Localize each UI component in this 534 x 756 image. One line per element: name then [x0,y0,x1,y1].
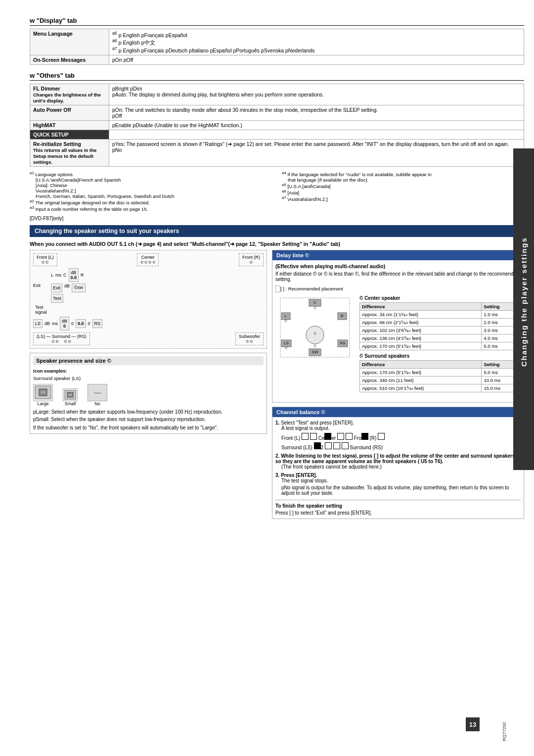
signal-box-7 [378,433,385,440]
signal-box-3 [324,433,331,440]
highmat-options: pEnable pDisable (Unable to use the High… [109,120,524,130]
zero-control: 0.0 [76,319,86,328]
auto-power-options: pOn: The unit switches to standby mode a… [109,105,524,120]
surround-row-3: Approx. 510 cm (16'1⁵⁄₁₀ feet) 15.0 ms [360,384,521,392]
center-row-2: Approx. 68 cm (2'1⁵⁄₁₀ feet) 2.0 ms [360,318,521,326]
exit-btn[interactable]: Exit [51,284,62,292]
svg-text:©: © [284,319,287,323]
center-row-3: Approx. 102 cm (3'6⁵⁄₁₀ feet) 3.0 ms [360,326,521,334]
small-note: pSmall: Select when the speaker does not… [33,417,264,422]
finish-section: To finish the speaker setting Press [ ] … [275,500,521,516]
channel-balance-section: Channel balance © 1. Select "Test" and p… [272,407,524,519]
menu-language-label: Menu Language [30,29,109,55]
changing-section-header: Changing the speaker setting to suit you… [30,225,524,237]
speaker-circle-diagram: L C R SW [275,295,355,395]
display-tab-header: w "Display" tab [30,17,524,26]
quick-setup-label: QUICK SETUP [30,130,109,139]
signal-box-4 [337,433,344,440]
icon-examples: Icon examples: Surround speaker (LS) [33,368,264,381]
center-row-4: Approx. 136 cm (4'2⁵⁄₁₀ feet) 4.0 ms [360,334,521,342]
svg-text:C: C [313,300,316,305]
signal-box-2 [310,433,317,440]
surround-speaker-table: Difference Setting Approx. 170 cm (5'1⁵⁄… [359,360,521,392]
menu-language-options: a5 p English pFrançais pEspañol a6 p Eng… [109,29,524,55]
rs-control: RS [92,319,103,328]
no-label: No [88,401,107,406]
signal-box-1 [302,433,309,440]
signal-box-10 [333,442,340,449]
signal-box-5 [346,433,353,440]
dvd-label: [DVD-F87]only] [30,216,524,221]
speaker-circle-svg: L C R SW [275,295,355,370]
channel-balance-header: Channel balance © [272,407,524,417]
small-label: Small [63,401,78,406]
right-panel: Delay time © (Effective when playing mul… [272,250,524,519]
step-2: 2. While listening to the test signal, p… [275,453,521,470]
small-speaker-icon: LS [63,388,78,401]
delay-content: (Effective when playing multi-channel au… [272,260,524,402]
others-settings-table: FL Dimmer Changes the brightness of the … [30,84,524,167]
display-tab-section: w "Display" tab Menu Language a5 p Engli… [30,17,524,65]
recommended-label: [ ] : Recommended placement [275,286,521,291]
subwoofer-note: If the subwoofer is set to "No", the fro… [33,425,264,430]
fl-dimmer-options: pBright pDim pAuto: The display is dimme… [109,84,524,105]
signal-box-8 [314,442,321,449]
delay-time-header: Delay time © [272,250,524,260]
channel-content: 1. Select "Test" and press [ENTER]. A te… [272,417,524,519]
step-3: 3. Press [ENTER]. The test signal stops.… [275,472,521,496]
svg-text:R: R [341,314,344,318]
quick-setup-options: pYes pNo [109,130,524,139]
exit-label: Exit [33,283,48,288]
highmat-row: HighMAT pEnable pDisable (Unable to use … [30,120,524,130]
highmat-label: HighMAT [30,120,109,130]
svg-text:RS: RS [340,341,345,345]
delay-tables: © Center speaker Difference Setting Appr… [359,295,521,395]
on-screen-label: On-Screen Messages [30,55,109,64]
no-speaker-icon-group: — No [88,384,107,406]
test-signal-label: Testsignal [35,305,264,315]
presence-icons-row: LS Large LS [33,384,264,406]
page-number: 13 [466,717,480,731]
control-box-1: dB0.0 [69,268,79,282]
svg-text:L: L [285,314,287,318]
large-speaker-svg: LS [34,385,52,400]
delay-diagram: L C R SW [275,295,521,395]
center-box: Center© © © © [137,253,159,266]
small-speaker-svg: LS [64,389,77,400]
test-btn[interactable]: Test [51,294,63,303]
fl-dimmer-label: FL Dimmer Changes the brightness of the … [30,84,109,105]
large-speaker-icon: LS [33,384,53,401]
no-speaker-icon: — [88,384,107,401]
fl-dimmer-row: FL Dimmer Changes the brightness of the … [30,84,524,105]
presence-header: Speaker presence and size © [33,356,264,365]
sw-btn[interactable]: ©sw [72,284,86,292]
surround-speaker-title: © Surround speakers [359,353,521,359]
signal-box-11 [342,442,349,449]
center-row-1: Approx. 34 cm (1'1¹⁄₁₀ feet) 1.0 ms [360,310,521,318]
footnotes-left: a1 Language options [U.S.A.\and\Canada]F… [30,171,272,212]
signal-box-6 [361,433,368,440]
audio-note: When you connect with AUDIO OUT 5.1 ch (… [30,241,524,247]
large-speaker-icon-group: LS Large [33,384,53,406]
on-screen-options: pOn pOff [109,55,524,64]
svg-text:LS: LS [68,393,72,396]
footnotes: a1 Language options [U.S.A.\and\Canada]F… [30,171,524,212]
others-tab-header: w "Others" tab [30,72,524,81]
footnotes-right: a4 If the language selected for "Audio" … [282,171,524,212]
ls-box: (LS) — Surround — (RS)© © © © [33,332,90,345]
db-control: dB0 [60,317,69,331]
reinitialize-options: pYes: The password screen is shown if "R… [109,139,524,166]
display-settings-table: Menu Language a5 p English pFrançais pEs… [30,29,524,65]
svg-text:LS: LS [41,390,45,394]
center-speaker-title: © Center speaker [359,295,521,301]
svg-text:LS: LS [284,341,289,345]
auto-power-row: Auto Power Off pOn: The unit switches to… [30,105,524,120]
large-label: Large [33,401,53,406]
on-screen-row: On-Screen Messages pOn pOff [30,55,524,64]
finish-text: Press [ ] to select "Exit" and press [EN… [275,510,521,516]
svg-text:SW: SW [312,350,318,354]
sidebar-vertical-text: Changing the player settings [513,148,534,455]
svg-text:©: © [313,306,316,310]
step-1: 1. Select "Test" and press [ENTER]. A te… [275,420,521,450]
front-l-box: Front (L)© © [33,253,57,266]
